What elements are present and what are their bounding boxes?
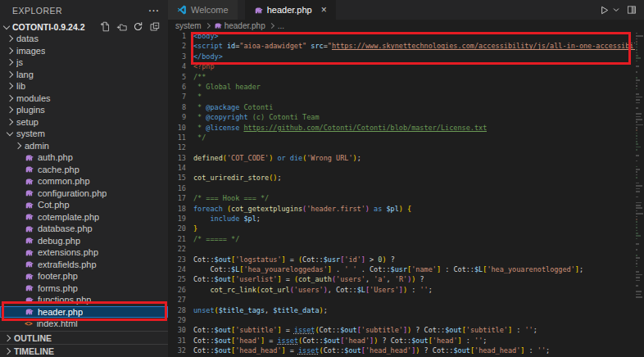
tree-item-forms-php[interactable]: forms.php	[0, 282, 168, 295]
chevron-down-icon	[3, 22, 10, 29]
code-lines: 1<body>2<script id="aioa-adawidget" src=…	[168, 31, 635, 356]
refresh-icon[interactable]	[133, 21, 143, 32]
new-folder-icon[interactable]	[116, 21, 127, 32]
tree-item-modules[interactable]: modules	[0, 93, 168, 105]
minimap-line	[636, 116, 641, 118]
tree-item-debug-php[interactable]: debug.php	[0, 235, 168, 247]
code-line: 19 include $pl;	[168, 214, 635, 224]
tree-item-configuration-php[interactable]: configuration.php	[0, 188, 168, 200]
tree-item-label: Cot.php	[38, 200, 70, 210]
tree-item-plugins[interactable]: plugins	[0, 104, 168, 116]
minimap-line	[636, 188, 640, 190]
line-number: 18	[168, 204, 193, 214]
tree-item-lib[interactable]: lib	[0, 80, 168, 93]
php-file-icon	[25, 177, 34, 186]
minimap-line	[636, 133, 637, 134]
tree-item-label: cache.php	[38, 165, 79, 174]
minimap-line	[636, 71, 637, 73]
run-dropdown-chevron-icon[interactable]	[613, 7, 619, 13]
close-icon[interactable]: ×	[321, 5, 327, 15]
minimap-line	[636, 38, 637, 40]
tree-item-lang[interactable]: lang	[0, 69, 168, 81]
line-number: 10	[168, 123, 193, 133]
tree-item-label: functions.php	[38, 295, 91, 305]
minimap-line	[636, 99, 640, 101]
minimap-line	[636, 285, 638, 287]
outline-panel-header[interactable]: OUTLINE	[0, 331, 168, 344]
tree-item-system[interactable]: system	[0, 128, 168, 140]
tree-item-footer-php[interactable]: footer.php	[0, 270, 168, 282]
minimap-line	[636, 88, 637, 90]
minimap-line	[636, 33, 637, 34]
tree-item-datas[interactable]: datas	[0, 33, 168, 45]
timeline-panel-header[interactable]: TIMELINE	[0, 344, 168, 357]
minimap-line	[636, 210, 637, 212]
line-number: 27	[168, 295, 193, 305]
minimap-line	[636, 193, 643, 195]
minimap-line	[636, 255, 637, 256]
tree-item-admin[interactable]: admin	[0, 140, 168, 152]
run-button[interactable]	[599, 5, 610, 16]
workspace-name: COTONTI-0.9.24.2	[12, 22, 85, 32]
code-line: 18foreach (cot_getextplugins('header.fir…	[168, 204, 635, 214]
split-editor-button[interactable]	[627, 5, 637, 15]
explorer-title: EXPLORER	[12, 6, 62, 16]
tree-item-label: lang	[16, 70, 34, 79]
tree-item-cache-php[interactable]: cache.php	[0, 164, 168, 176]
editor-group: Welcome header.php × system header.php	[168, 0, 644, 357]
tree-item-label: images	[16, 46, 45, 56]
code-line: 31Cot::$out['head'] = isset(Cot::$out['h…	[168, 336, 635, 346]
minimap-line	[636, 238, 637, 240]
tree-item-database-php[interactable]: database.php	[0, 223, 168, 235]
line-number: 32	[168, 346, 193, 355]
explorer-more-actions-icon[interactable]: ···	[149, 6, 161, 16]
minimap-line	[636, 260, 637, 262]
tree-item-label: modules	[16, 93, 51, 103]
minimap-line	[636, 202, 642, 204]
breadcrumb-separator-icon	[205, 23, 211, 29]
tree-item-cotemplate-php[interactable]: cotemplate.php	[0, 211, 168, 224]
tree-item-label: cotemplate.php	[38, 212, 99, 222]
breadcrumb-segment[interactable]: system	[175, 21, 202, 30]
minimap-line	[636, 288, 643, 290]
tree-item-images[interactable]: images	[0, 45, 168, 57]
tree-item-auth-php[interactable]: auth.php	[0, 151, 168, 164]
code-editor[interactable]: 1<body>2<script id="aioa-adawidget" src=…	[168, 31, 635, 357]
new-file-icon[interactable]	[100, 21, 111, 32]
tree-item-extensions-php[interactable]: extensions.php	[0, 246, 168, 259]
tree-item-header-php[interactable]: header.php	[0, 306, 168, 319]
breadcrumb-segment[interactable]: header.php	[214, 21, 265, 30]
minimap-line	[636, 85, 637, 87]
php-file-icon	[25, 272, 34, 281]
breadcrumb-segment[interactable]: ...	[278, 21, 284, 30]
chevron-right-icon	[7, 95, 13, 102]
code-line: 29	[168, 315, 635, 325]
tree-item-setup[interactable]: setup	[0, 116, 168, 129]
minimap-line	[636, 213, 643, 215]
tree-item-label: forms.php	[38, 283, 78, 293]
minimap-line	[636, 243, 639, 245]
tree-item-common-php[interactable]: common.php	[0, 175, 168, 188]
minimap-line	[636, 269, 643, 270]
tree-item-label: js	[16, 57, 23, 67]
tree-item-extrafields-php[interactable]: extrafields.php	[0, 259, 168, 271]
tab-header-php[interactable]: header.php ×	[245, 0, 336, 20]
code-line: 8 * @package Cotonti	[168, 102, 635, 112]
collapse-all-icon[interactable]	[149, 21, 160, 32]
tree-item-Cot-php[interactable]: Cot.php	[0, 199, 168, 211]
line-number: 29	[168, 315, 193, 325]
chevron-right-icon	[7, 119, 13, 125]
minimap-line	[636, 35, 643, 37]
workspace-section-header[interactable]: COTONTI-0.9.24.2	[0, 20, 168, 34]
tab-welcome[interactable]: Welcome	[168, 0, 238, 20]
tree-item-js[interactable]: js	[0, 56, 168, 69]
outline-label: OUTLINE	[14, 333, 52, 343]
code-line: 15cot_uriredir_store();	[168, 173, 635, 183]
tree-item-label: setup	[16, 117, 39, 127]
minimap[interactable]	[635, 31, 644, 357]
line-number: 22	[168, 244, 193, 254]
tree-item-index-html[interactable]: <>index.html	[0, 318, 168, 330]
line-number: 11	[168, 133, 193, 142]
code-line: 4<?php	[168, 61, 635, 71]
tree-item-functions-php[interactable]: functions.php	[0, 294, 168, 306]
